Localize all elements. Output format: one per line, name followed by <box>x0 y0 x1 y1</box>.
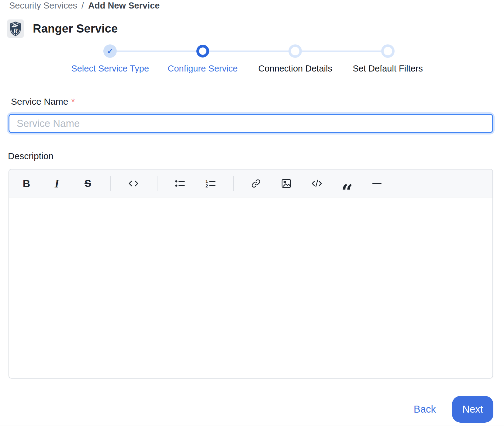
breadcrumb-add-new-service: Add New Service <box>88 1 160 11</box>
text-caret <box>17 117 17 130</box>
image-button[interactable] <box>277 174 296 193</box>
back-button[interactable]: Back <box>414 403 436 415</box>
breadcrumb-security-services[interactable]: Security Services <box>9 1 77 11</box>
step-upcoming-circle-icon[interactable] <box>381 44 395 58</box>
wizard-stepper: ✓ Select Service Type Configure Service … <box>64 44 434 74</box>
link-button[interactable] <box>246 174 266 193</box>
service-name-field-wrap <box>9 114 493 133</box>
ranger-logo-letter: R <box>13 27 18 35</box>
bold-icon: B <box>23 178 30 190</box>
toolbar-divider <box>233 176 234 191</box>
strikethrough-icon: S <box>85 178 91 189</box>
step-upcoming-circle-icon[interactable] <box>288 44 302 58</box>
ranger-shield-icon: R <box>8 20 23 37</box>
bullet-list-button[interactable] <box>170 174 190 193</box>
ranger-logo: R <box>7 19 24 38</box>
breadcrumb-separator: / <box>81 1 84 11</box>
step-set-default-filters[interactable]: Set Default Filters <box>342 44 434 74</box>
horizontal-rule-icon <box>372 183 381 184</box>
wizard-footer: Back Next <box>414 396 493 423</box>
service-header: R Ranger Service <box>7 19 118 38</box>
toolbar-divider <box>157 176 157 191</box>
step-label-select-service-type[interactable]: Select Service Type <box>71 64 149 74</box>
step-active-circle-icon[interactable] <box>196 45 209 58</box>
panel-bottom-edge <box>0 425 504 425</box>
strikethrough-button[interactable]: S <box>78 174 98 193</box>
editor-toolbar: B I S <box>9 169 492 197</box>
bold-button[interactable]: B <box>17 174 36 193</box>
step-label-set-default-filters[interactable]: Set Default Filters <box>353 64 423 74</box>
next-button[interactable]: Next <box>452 396 493 423</box>
inline-code-icon <box>128 178 139 189</box>
bullet-list-icon <box>174 178 186 189</box>
italic-icon: I <box>55 177 59 190</box>
step-connection-details[interactable]: Connection Details <box>249 44 342 74</box>
required-asterisk: * <box>71 96 75 107</box>
description-label: Description <box>8 151 54 161</box>
step-completed-check-icon[interactable]: ✓ <box>103 44 117 58</box>
description-rich-text-editor: B I S <box>9 169 493 379</box>
code-block-icon <box>311 178 323 189</box>
service-name-label: Service Name * <box>11 96 75 107</box>
ordered-list-icon: 1 2 <box>205 178 216 189</box>
add-new-service-page: Security Services / Add New Service R Ra… <box>0 0 504 426</box>
blockquote-button[interactable]: “ <box>337 174 357 193</box>
code-block-button[interactable] <box>307 174 326 193</box>
blockquote-icon: “ <box>341 182 353 194</box>
italic-button[interactable]: I <box>47 174 67 193</box>
inline-code-button[interactable] <box>124 174 143 193</box>
link-icon <box>250 178 262 189</box>
svg-text:2: 2 <box>205 183 208 188</box>
step-label-configure-service[interactable]: Configure Service <box>168 64 238 74</box>
step-label-connection-details[interactable]: Connection Details <box>258 64 332 74</box>
step-configure-service[interactable]: Configure Service <box>157 44 249 74</box>
service-name-input[interactable] <box>9 114 493 133</box>
image-icon <box>281 178 292 189</box>
page-title: Ranger Service <box>33 22 118 35</box>
description-editor-content[interactable] <box>9 197 492 379</box>
step-select-service-type[interactable]: ✓ Select Service Type <box>64 44 157 74</box>
ordered-list-button[interactable]: 1 2 <box>201 174 220 193</box>
breadcrumb: Security Services / Add New Service <box>9 1 160 11</box>
horizontal-rule-button[interactable] <box>367 174 387 193</box>
toolbar-divider <box>110 176 111 191</box>
